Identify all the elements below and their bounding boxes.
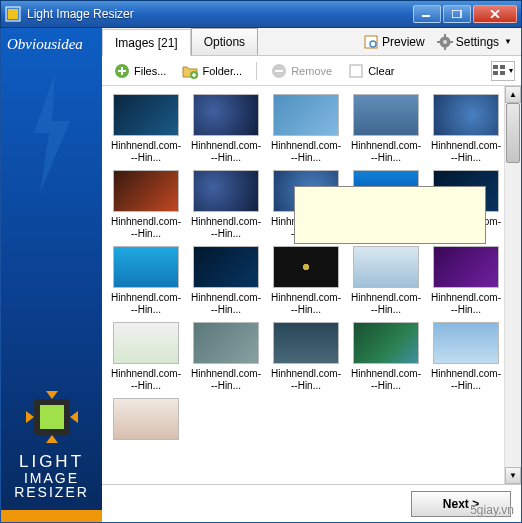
thumbnail-item[interactable]: Hinhnendl.com---Hin... bbox=[430, 94, 502, 164]
clear-icon bbox=[348, 63, 364, 79]
settings-button[interactable]: Settings ▼ bbox=[432, 31, 517, 53]
scrollbar-thumb[interactable] bbox=[506, 103, 520, 163]
accent-bar bbox=[1, 510, 102, 522]
thumbnail-item[interactable]: Hinhnendl.com---Hin... bbox=[190, 94, 262, 164]
thumbnail-item[interactable]: Hinhnendl.com---Hin... bbox=[190, 246, 262, 316]
thumbnail-item[interactable]: Hinhnendl.com---Hin... bbox=[190, 170, 262, 240]
svg-rect-5 bbox=[40, 405, 64, 429]
chevron-down-icon: ▾ bbox=[509, 66, 513, 75]
chevron-down-icon: ▼ bbox=[504, 37, 512, 46]
brand-label: Obviousidea bbox=[3, 36, 83, 53]
add-folder-button[interactable]: Folder... bbox=[176, 60, 248, 82]
thumbnail-item[interactable]: Hinhnendl.com---Hin... bbox=[190, 322, 262, 392]
svg-rect-20 bbox=[500, 65, 505, 69]
remove-button: Remove bbox=[265, 60, 338, 82]
svg-rect-17 bbox=[275, 70, 283, 72]
thumbnail-grid: Hinhnendl.com---Hin... Hinhnendl.com---H… bbox=[102, 86, 504, 484]
gear-icon bbox=[437, 34, 453, 50]
svg-point-9 bbox=[443, 40, 447, 44]
thumbnail-item[interactable]: Hinhnendl.com---Hin... bbox=[270, 322, 342, 392]
scroll-up-button[interactable]: ▲ bbox=[505, 86, 521, 103]
remove-icon bbox=[271, 63, 287, 79]
thumbnail-item[interactable]: Hinhnendl.com---Hin... bbox=[110, 170, 182, 240]
thumbnail-item[interactable]: Hinhnendl.com---Hin... bbox=[350, 322, 422, 392]
app-icon bbox=[5, 6, 21, 22]
lightning-icon bbox=[22, 73, 82, 193]
scroll-down-button[interactable]: ▼ bbox=[505, 467, 521, 484]
svg-rect-1 bbox=[8, 9, 18, 19]
add-files-button[interactable]: Files... bbox=[108, 60, 172, 82]
thumbnail-item[interactable]: Hinhnendl.com---Hin... bbox=[350, 94, 422, 164]
svg-rect-18 bbox=[350, 65, 362, 77]
svg-rect-10 bbox=[444, 34, 446, 37]
view-mode-button[interactable]: ▾ bbox=[491, 61, 515, 81]
close-button[interactable] bbox=[473, 5, 517, 23]
product-logo-icon bbox=[26, 391, 78, 443]
product-name: LIGHT IMAGE RESIZER bbox=[14, 453, 89, 500]
svg-rect-2 bbox=[422, 15, 430, 17]
svg-rect-11 bbox=[444, 47, 446, 50]
thumbnail-item[interactable]: Hinhnendl.com---Hin... bbox=[110, 322, 182, 392]
thumbnail-item[interactable] bbox=[110, 398, 182, 444]
next-button[interactable]: Next > bbox=[411, 491, 511, 517]
clear-button[interactable]: Clear bbox=[342, 60, 400, 82]
window-title: Light Image Resizer bbox=[27, 7, 413, 21]
svg-rect-13 bbox=[450, 41, 453, 43]
thumbnail-item[interactable]: Hinhnendl.com---Hin... bbox=[270, 170, 342, 240]
thumbnail-item[interactable]: Hinhnendl.com---Hin... bbox=[110, 246, 182, 316]
thumbnail-item[interactable]: Hinhnendl.com---Hin... bbox=[110, 94, 182, 164]
thumbnail-item[interactable]: Hinhnendl.com---Hin... bbox=[270, 94, 342, 164]
scrollbar-vertical[interactable]: ▲ ▼ bbox=[504, 86, 521, 484]
folder-icon bbox=[182, 63, 198, 79]
thumbnail-item[interactable]: Hinhnendl.com---Hin... bbox=[430, 170, 502, 240]
svg-rect-19 bbox=[493, 65, 498, 69]
thumbnail-item[interactable]: Hinhnendl.com---Hin... bbox=[350, 170, 422, 240]
thumbnail-item[interactable]: Hinhnendl.com---Hin... bbox=[430, 246, 502, 316]
thumbnail-item[interactable]: Hinhnendl.com---Hin... bbox=[350, 246, 422, 316]
sidebar: Obviousidea LIGHT IMAGE RESIZER bbox=[1, 28, 102, 522]
minimize-button[interactable] bbox=[413, 5, 441, 23]
scrollbar-track[interactable] bbox=[505, 103, 521, 467]
preview-icon bbox=[363, 34, 379, 50]
tab-options[interactable]: Options bbox=[191, 28, 258, 55]
window-titlebar: Light Image Resizer bbox=[0, 0, 522, 28]
svg-rect-12 bbox=[437, 41, 440, 43]
thumbnail-item[interactable]: Hinhnendl.com---Hin... bbox=[270, 246, 342, 316]
preview-button[interactable]: Preview bbox=[358, 31, 430, 53]
svg-rect-3 bbox=[452, 10, 461, 18]
tab-images[interactable]: Images [21] bbox=[102, 29, 191, 56]
maximize-button[interactable] bbox=[443, 5, 471, 23]
svg-rect-21 bbox=[493, 71, 498, 75]
thumbnail-item[interactable]: Hinhnendl.com---Hin... bbox=[430, 322, 502, 392]
add-icon bbox=[114, 63, 130, 79]
svg-rect-22 bbox=[500, 71, 505, 75]
